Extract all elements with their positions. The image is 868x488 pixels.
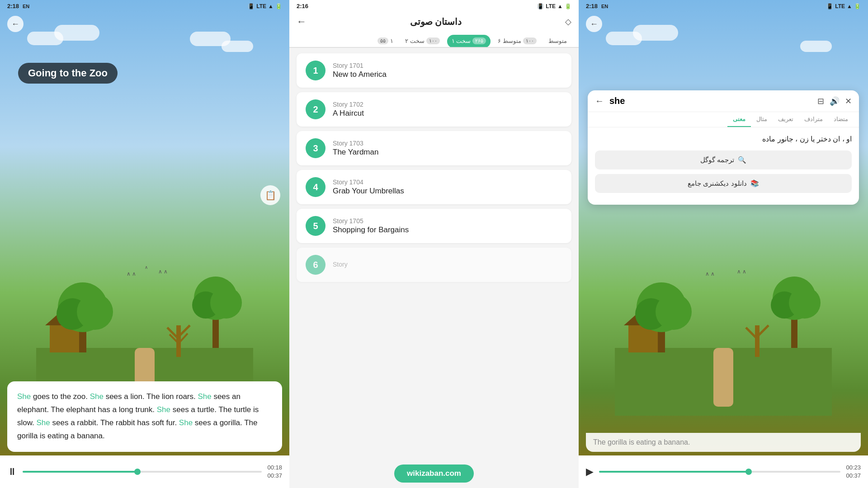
story-code: Story 1703 (333, 140, 562, 147)
story-list: 1 Story 1701 New to America 2 Story 1702… (289, 48, 579, 488)
status-bar: 2:18 EN 📳 LTE ▲ 🔋 (0, 0, 289, 12)
story-number: 3 (306, 138, 326, 158)
play-button-3[interactable]: ▶ (586, 466, 594, 478)
story-item-1705[interactable]: 5 Story 1705 Shopping for Bargains (297, 209, 571, 243)
story-info: Story 1705 Shopping for Bargains (333, 217, 562, 235)
tab-badge: ۵۵ (377, 38, 388, 44)
back-button-2[interactable]: ← (297, 16, 307, 28)
sound-icon[interactable]: 🔊 (830, 96, 840, 106)
download-dict-label: دانلود دیکشنری جامع (688, 179, 746, 188)
svg-text:∧: ∧ (145, 265, 148, 270)
svg-point-17 (210, 287, 242, 319)
back-button-3[interactable]: ← (586, 16, 602, 32)
story-name: Shopping for Bargains (333, 225, 562, 235)
battery-icon-3: 🔋 (854, 3, 861, 9)
eraser-icon[interactable]: ◇ (565, 17, 571, 27)
story-number: 5 (306, 216, 326, 236)
story-text: sees a rabbit. The rabbit has soft fur. (50, 418, 179, 427)
tab-label: سخت ۲ (405, 38, 425, 44)
dict-tab-mesal[interactable]: مثال (751, 112, 773, 127)
panel-story-reader: ∧ ∧ ∧ ∧ ∧ 2:18 EN 📳 LTE ▲ 🔋 ← Going to t… (0, 0, 289, 488)
story-item-1702[interactable]: 2 Story 1702 A Haircut (297, 92, 571, 127)
story-number: 6 (306, 255, 326, 275)
dict-tab-maani[interactable]: معنی (727, 112, 751, 127)
progress-bar[interactable] (23, 471, 262, 473)
svg-text:∧ ∧: ∧ ∧ (127, 271, 136, 277)
tab-sakht1[interactable]: سخت ۱ ۲۶۵ (447, 35, 491, 48)
back-button[interactable]: ← (7, 16, 24, 32)
story-text: sees a lion. The lion roars. (104, 392, 198, 401)
highlight-word: She (90, 392, 104, 401)
tab-badge: ۱۰۰ (426, 38, 440, 44)
dict-header: ← she ⊟ 🔊 ✕ (588, 90, 859, 112)
dictionary-popup: ← she ⊟ 🔊 ✕ متضاد مترادف تعریف مثال معنی… (588, 90, 859, 205)
story-text-card: She goes to the zoo. She sees a lion. Th… (7, 381, 282, 452)
vibrate-icon: 📳 (248, 3, 255, 9)
dict-tab-motazad[interactable]: متضاد (828, 112, 854, 127)
panel2-header: ← داستان صوتی ◇ (289, 12, 579, 31)
cloud (190, 32, 231, 46)
dict-back-button[interactable]: ← (595, 96, 604, 106)
time-display-3-player: 00:23 00:37 (846, 464, 861, 480)
battery-icon: 🔋 (275, 3, 282, 9)
svg-text:∧ ∧: ∧ ∧ (158, 268, 168, 275)
svg-point-35 (789, 287, 821, 319)
locale-display-3: EN (601, 4, 608, 9)
download-dict-button[interactable]: 📚 دانلود دیکشنری جامع (595, 174, 852, 193)
story-item-1703[interactable]: 3 Story 1703 The Yardman (297, 131, 571, 165)
story-number: 2 (306, 99, 326, 119)
wikizaban-badge: wikizaban.com (394, 465, 474, 483)
story-item-1701[interactable]: 1 Story 1701 New to America (297, 53, 571, 88)
cloud-3 (800, 41, 832, 52)
tab-badge: ۱۰۰ (523, 38, 537, 44)
story-code: Story 1704 (333, 178, 562, 186)
story-code: Story 1702 (333, 101, 562, 108)
header-icons: ◇ (565, 17, 571, 27)
highlight-word: She (17, 392, 31, 401)
tab-label: ۱ (390, 38, 393, 44)
vibrate-icon-2: 📳 (537, 3, 544, 9)
bookmark-icon[interactable]: ⊟ (817, 96, 824, 106)
signal-bars-icon-3: ▲ (847, 3, 852, 9)
progress-bar-3[interactable] (599, 471, 840, 473)
story-info: Story (333, 261, 562, 269)
story-name: Grab Your Umbrellas (333, 187, 562, 196)
locale-display: EN (23, 4, 29, 9)
tab-1[interactable]: ۵۵ ۱ (373, 35, 398, 47)
tab-sakht2[interactable]: سخت ۲ ۱۰۰ (401, 35, 444, 47)
battery-icon-2: 🔋 (565, 3, 571, 9)
story-item-partial[interactable]: 6 Story (297, 248, 571, 282)
pause-button[interactable]: ⏸ (7, 466, 17, 478)
time-display: 2:18 (7, 3, 19, 9)
story-item-1704[interactable]: 4 Story 1704 Grab Your Umbrellas (297, 170, 571, 204)
highlight-word: She (157, 405, 170, 414)
book-icon: 📚 (750, 179, 759, 188)
time-display: 00:18 00:37 (267, 464, 282, 480)
google-translate-button[interactable]: 🔍 ترجمه گوگل (595, 150, 852, 169)
progress-thumb-3[interactable] (745, 469, 752, 475)
total-time-3: 00:37 (846, 472, 861, 480)
story-text: goes to the zoo. (31, 392, 90, 401)
tab-motavaset[interactable]: متوسط (544, 35, 571, 47)
story-name: The Yardman (333, 148, 562, 157)
signal-bars-icon-2: ▲ (557, 3, 563, 9)
current-time-3: 00:23 (846, 464, 861, 472)
status-bar-3: 2:18 EN 📳 LTE ▲ 🔋 (579, 0, 868, 12)
story-info: Story 1704 Grab Your Umbrellas (333, 178, 562, 196)
dict-tabs: متضاد مترادف تعریف مثال معنی (588, 112, 859, 127)
cloud (54, 25, 99, 41)
signal-display-2: LTE (546, 3, 556, 9)
tab-badge-active: ۲۶۵ (472, 38, 486, 44)
dict-tab-motaradif[interactable]: مترادف (799, 112, 828, 127)
scene-svg-3: ∧ ∧ ∧ ∧ (579, 235, 868, 416)
dict-tab-tarif[interactable]: تعریف (773, 112, 799, 127)
svg-point-8 (77, 294, 113, 330)
progress-thumb[interactable] (134, 469, 141, 475)
tabs-row: متوسط متوسط ۶ ۱۰۰ سخت ۱ ۲۶۵ سخت ۲ ۱۰۰ ۵۵… (289, 31, 579, 48)
tab-motavaset6[interactable]: متوسط ۶ ۱۰۰ (493, 35, 541, 47)
svg-text:∧ ∧: ∧ ∧ (737, 268, 746, 275)
highlight-word: She (179, 418, 193, 427)
cloud-3 (633, 25, 678, 41)
panel2-title: داستان صوتی (410, 16, 462, 27)
close-icon[interactable]: ✕ (845, 96, 852, 106)
